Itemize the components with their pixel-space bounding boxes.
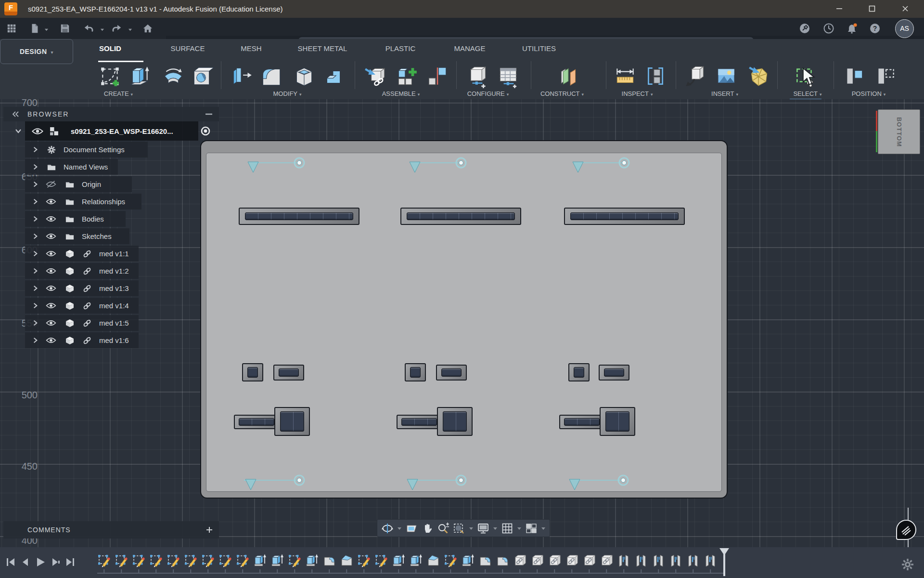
insert-derive-tool-icon[interactable] — [363, 64, 387, 88]
timeline-feature-sketch[interactable] — [97, 553, 111, 567]
interference-tool-icon[interactable] — [643, 64, 667, 88]
timeline-feature-chamfer[interactable] — [426, 553, 440, 567]
timeline-feature-extrude[interactable] — [270, 553, 284, 567]
extrude-tool-icon[interactable] — [128, 64, 152, 88]
chevron-right-icon[interactable] — [32, 146, 39, 153]
cube-icon[interactable] — [65, 284, 74, 293]
undo-icon[interactable] — [83, 23, 94, 34]
ribbon-tab-surface[interactable]: SURFACE — [171, 43, 205, 54]
link-icon[interactable] — [83, 302, 91, 310]
timeline-feature-fillet[interactable] — [478, 553, 492, 567]
home-icon[interactable] — [142, 23, 153, 34]
timeline-feature-extrude[interactable] — [305, 553, 319, 567]
timeline-feature-link[interactable] — [547, 553, 562, 567]
combine-tool-icon[interactable] — [322, 64, 346, 88]
group-label-assemble[interactable]: ASSEMBLE▾ — [382, 90, 420, 98]
timeline-feature-extrude[interactable] — [461, 553, 475, 567]
pen-input-badge[interactable] — [896, 520, 916, 540]
group-label-position[interactable]: POSITION▾ — [852, 90, 886, 98]
eye-icon[interactable] — [46, 319, 56, 327]
measure-tool-icon[interactable] — [613, 64, 637, 88]
file-menu-caret-icon[interactable] — [44, 27, 49, 32]
extensions-icon[interactable] — [799, 23, 810, 34]
cube-icon[interactable] — [65, 319, 74, 328]
timeline-playhead-head[interactable] — [719, 548, 730, 555]
fit-caret-icon[interactable] — [469, 526, 474, 531]
pan-icon[interactable] — [421, 522, 434, 535]
press-pull-tool-icon[interactable] — [230, 64, 254, 88]
timeline-feature-joint[interactable] — [616, 553, 631, 567]
viewports-caret-icon[interactable] — [541, 526, 546, 531]
fit-icon[interactable] — [453, 522, 465, 535]
group-label-create[interactable]: CREATE▾ — [104, 90, 133, 98]
redo-icon[interactable] — [112, 23, 122, 34]
cube-icon[interactable] — [65, 302, 74, 310]
collapse-chevron-down-icon[interactable] — [14, 127, 22, 135]
orbit-caret-icon[interactable] — [397, 526, 402, 531]
link-icon[interactable] — [83, 250, 91, 258]
browser-row-med-v1-5[interactable]: med v1:5 — [25, 315, 139, 331]
insert-mesh-tool-icon[interactable] — [746, 64, 770, 88]
capture-position-tool-icon[interactable] — [842, 64, 866, 88]
browser-row-origin[interactable]: Origin — [25, 176, 132, 192]
timeline-feature-link[interactable] — [565, 553, 579, 567]
comments-bar[interactable]: COMMENTS — [3, 521, 219, 539]
timeline-feature-link[interactable] — [530, 553, 544, 567]
link-icon[interactable] — [83, 267, 91, 276]
browser-row-med-v1-3[interactable]: med v1:3 — [25, 280, 139, 296]
cube-icon[interactable] — [65, 336, 74, 345]
group-label-construct[interactable]: CONSTRUCT▾ — [540, 90, 584, 98]
timeline-feature-sketch[interactable] — [183, 553, 198, 567]
chevron-right-icon[interactable] — [32, 302, 39, 309]
viewports-icon[interactable] — [525, 522, 538, 535]
layout-grid-caret-icon[interactable] — [517, 526, 522, 531]
timeline-feature-extrude[interactable] — [391, 553, 406, 567]
browser-row-sketches[interactable]: Sketches — [25, 228, 129, 244]
canvas-tool-icon[interactable] — [714, 64, 738, 88]
folder-icon[interactable] — [65, 232, 74, 241]
joint-tool-icon[interactable] — [425, 64, 449, 88]
redo-caret-icon[interactable] — [128, 27, 132, 32]
create-sketch-tool-icon[interactable] — [99, 64, 123, 88]
eye-icon[interactable] — [46, 233, 56, 240]
timeline-feature-link[interactable] — [599, 553, 614, 567]
construct-plane-tool-icon[interactable] — [556, 64, 580, 88]
cube-icon[interactable] — [65, 250, 74, 258]
eye-icon[interactable] — [46, 198, 56, 205]
configuration-table-tool-icon[interactable] — [497, 64, 521, 88]
cube-icon[interactable] — [65, 267, 74, 276]
group-label-insert[interactable]: INSERT▾ — [711, 90, 738, 98]
timeline-feature-chamfer[interactable] — [339, 553, 354, 567]
timeline-feature-sketch[interactable] — [131, 553, 146, 567]
chevron-right-icon[interactable] — [32, 215, 39, 223]
fillet-tool-icon[interactable] — [259, 64, 283, 88]
chevron-right-icon[interactable] — [32, 337, 39, 344]
eye-icon[interactable] — [46, 250, 56, 257]
revolve-tool-icon[interactable] — [161, 64, 185, 88]
close-button-icon[interactable] — [898, 2, 912, 15]
timeline-feature-link[interactable] — [513, 553, 527, 567]
eye-icon[interactable] — [46, 337, 56, 344]
browser-row-med-v1-6[interactable]: med v1:6 — [25, 332, 139, 348]
timeline-play-icon[interactable] — [35, 556, 46, 568]
timeline-feature-joint[interactable] — [651, 553, 666, 567]
timeline-feature-sketch[interactable] — [357, 553, 371, 567]
chevron-right-icon[interactable] — [32, 319, 39, 327]
chevron-right-icon[interactable] — [32, 233, 39, 240]
timeline-skip-start-icon[interactable] — [5, 556, 16, 568]
timeline-feature-sketch[interactable] — [443, 553, 458, 567]
folder-icon[interactable] — [65, 215, 74, 223]
undo-caret-icon[interactable] — [100, 27, 104, 32]
timeline-feature-extrude[interactable] — [253, 553, 267, 567]
file-new-icon[interactable] — [29, 23, 40, 34]
timeline-feature-sketch[interactable] — [114, 553, 128, 567]
configuration-tool-icon[interactable] — [466, 64, 490, 88]
eye-icon[interactable] — [46, 215, 56, 223]
look-at-icon[interactable] — [405, 522, 418, 535]
timeline-feature-fillet[interactable] — [495, 553, 510, 567]
link-icon[interactable] — [83, 336, 91, 345]
link-icon[interactable] — [83, 319, 91, 328]
browser-row-relationships[interactable]: Relationships — [25, 194, 141, 210]
minimize-button-icon[interactable] — [833, 2, 846, 15]
ribbon-tab-solid[interactable]: SOLID — [99, 43, 121, 54]
